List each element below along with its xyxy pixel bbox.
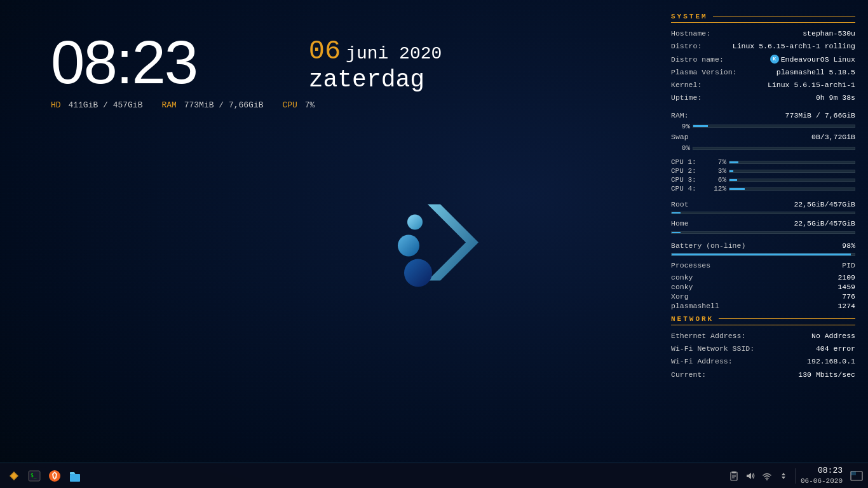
battery-row: Battery (on-line) 98% — [671, 240, 855, 251]
app-launcher-button[interactable] — [5, 467, 23, 485]
terminal-button[interactable]: $_ — [25, 467, 43, 485]
network-section-title: NETWORK — [671, 315, 855, 325]
svg-rect-13 — [732, 471, 736, 473]
taskbar-left: $_ — [5, 467, 84, 485]
home-disk-bar-bg — [671, 231, 855, 234]
kernel-label: Kernel: — [671, 79, 702, 90]
process-row: Xorg776 — [671, 292, 855, 301]
svg-point-18 — [766, 479, 768, 480]
network-section: NETWORK Ethernet Address: No Address Wi-… — [671, 315, 855, 380]
clock-weekday: zaterdag — [309, 66, 442, 93]
processes-header: Processes PID — [671, 261, 855, 269]
wifi-addr-value: 192.168.0.1 — [807, 356, 855, 367]
swap-bar-row: 0% — [671, 144, 855, 152]
cpu4-pct: 12% — [709, 185, 726, 193]
updown-tray-icon[interactable] — [777, 470, 790, 482]
ram-value: 773MiB / 7,66GiB — [184, 100, 264, 110]
desktop-switcher-icon[interactable] — [850, 470, 863, 482]
swap-info-row: Swap 0B/3,72GiB — [671, 132, 855, 142]
home-row: Home 22,5GiB/457GiB — [671, 218, 855, 229]
wifi-ssid-row: Wi-Fi Network SSID: 404 error — [671, 343, 855, 354]
root-row: Root 22,5GiB/457GiB — [671, 199, 855, 210]
wifi-ssid-label: Wi-Fi Network SSID: — [671, 343, 754, 354]
ram-info-row: RAM: 773MiB / 7,66GiB — [671, 110, 855, 121]
root-label: Root — [671, 199, 689, 210]
svg-point-3 — [404, 259, 432, 287]
distro-name-label: Distro name: — [671, 54, 724, 65]
ethernet-label: Ethernet Address: — [671, 330, 745, 341]
current-row: Current: 130 Mbits/sec — [671, 369, 855, 380]
cpu1-label: CPU 1: — [671, 158, 706, 166]
cpu2-bar-bg — [729, 170, 855, 173]
ram-progress-fill — [693, 125, 708, 127]
wifi-tray-icon[interactable] — [761, 470, 773, 482]
home-label: Home — [671, 218, 689, 229]
desktop-icon — [850, 471, 863, 481]
endeavouros-logo — [370, 179, 498, 306]
cpu3-pct: 6% — [709, 176, 726, 184]
distro-name-value: KEndeavourOS Linux — [770, 54, 855, 65]
volume-icon — [745, 471, 756, 481]
swap-label: Swap — [671, 132, 689, 142]
ram-pct: 9% — [671, 123, 690, 130]
taskbar-right: 08:23 06-06-2020 — [728, 466, 863, 485]
taskbar: $_ — [0, 463, 868, 488]
clock-date: 06 juni 2020 zaterdag — [309, 38, 442, 93]
swap-value: 0B/3,72GiB — [811, 132, 855, 142]
current-label: Current: — [671, 369, 706, 380]
files-button[interactable] — [66, 467, 84, 485]
cpu1-pct: 7% — [709, 158, 726, 166]
taskbar-clock[interactable]: 08:23 06-06-2020 — [801, 466, 843, 485]
process-pid: 1274 — [837, 302, 855, 310]
ram-label: RAM — [161, 100, 176, 110]
process-row: conky2109 — [671, 273, 855, 281]
tray-divider — [795, 468, 796, 484]
files-icon — [68, 469, 82, 483]
swap-pct: 0% — [671, 144, 690, 152]
plasma-row: Plasma Version: plasmashell 5.18.5 — [671, 67, 855, 78]
taskbar-clock-date: 06-06-2020 — [801, 477, 843, 485]
cpu4-bar-bg — [729, 187, 855, 191]
volume-tray-icon[interactable] — [744, 470, 757, 482]
cpu-value: 7% — [305, 100, 315, 110]
hostname-label: Hostname: — [671, 28, 710, 39]
brave-button[interactable] — [46, 467, 64, 485]
svg-rect-22 — [851, 471, 856, 475]
plasma-label: Plasma Version: — [671, 67, 737, 78]
updown-icon — [778, 471, 789, 481]
clock-time: 08:23 — [51, 32, 197, 93]
ram-info-value: 773MiB / 7,66GiB — [785, 110, 855, 121]
swap-progress-bg — [693, 147, 855, 150]
svg-marker-19 — [782, 473, 785, 475]
uptime-value: 0h 9m 38s — [816, 92, 855, 103]
center-logo — [370, 179, 498, 309]
pid-label: PID — [842, 261, 855, 269]
distro-value: Linux 5.6.15-arch1-1 rolling — [733, 41, 855, 51]
ram-progress-bg — [693, 125, 855, 128]
svg-rect-11 — [70, 474, 80, 482]
ram-info-label: RAM: — [671, 110, 689, 121]
home-section: Home 22,5GiB/457GiB — [671, 218, 855, 233]
root-disk-bar-bg — [671, 212, 855, 214]
clipboard-tray-icon[interactable] — [728, 470, 740, 482]
process-name: conky — [671, 273, 693, 281]
uptime-row: Uptime: 0h 9m 38s — [671, 92, 855, 103]
system-section-title: SYSTEM — [671, 13, 855, 23]
ethernet-row: Ethernet Address: No Address — [671, 330, 855, 341]
processes-label: Processes — [671, 261, 710, 269]
battery-bar-bg — [671, 253, 855, 256]
process-name: Xorg — [671, 292, 689, 301]
kernel-row: Kernel: Linux 5.6.15-arch1-1 — [671, 79, 855, 90]
ethernet-value: No Address — [811, 330, 855, 341]
cpu2-bar-fill — [729, 170, 733, 172]
clock-month: juni 2020 — [346, 45, 442, 63]
plasma-value: plasmashell 5.18.5 — [776, 67, 855, 78]
current-value: 130 Mbits/sec — [798, 369, 855, 380]
svg-marker-17 — [747, 473, 751, 479]
process-pid: 2109 — [837, 273, 855, 281]
brave-icon — [48, 469, 62, 483]
terminal-icon: $_ — [27, 469, 41, 483]
system-tray — [728, 470, 790, 482]
cpu2-pct: 3% — [709, 167, 726, 175]
cpu1-row: CPU 1: 7% — [671, 158, 855, 166]
